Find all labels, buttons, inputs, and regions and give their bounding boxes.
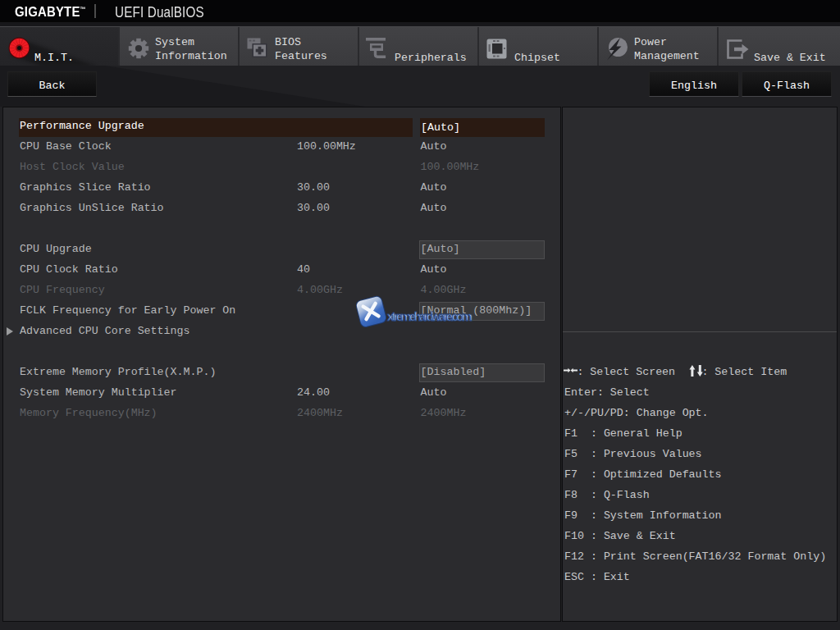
svg-text:xtremehardware.com: xtremehardware.com	[387, 309, 472, 323]
